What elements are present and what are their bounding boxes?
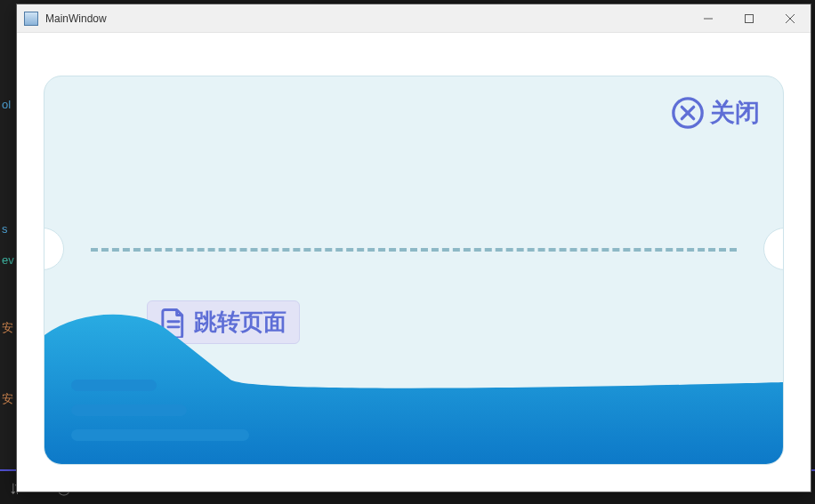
minimize-button[interactable] — [688, 4, 729, 33]
close-button[interactable]: 关闭 — [671, 96, 760, 130]
ide-text: s — [2, 222, 8, 236]
window-close-button[interactable] — [770, 4, 811, 33]
close-label: 关闭 — [710, 96, 760, 130]
window-title: MainWindow — [45, 12, 107, 25]
app-window: MainWindow 关闭 — [16, 4, 811, 492]
dashed-divider — [91, 248, 737, 252]
ticket-panel: 关闭 跳转页面 — [44, 76, 784, 465]
ticket-notch — [763, 228, 784, 270]
ide-text: 安 — [2, 320, 13, 336]
placeholder-line — [71, 404, 187, 416]
titlebar[interactable]: MainWindow — [17, 4, 811, 33]
maximize-button[interactable] — [729, 4, 770, 33]
ide-text: 安 — [2, 391, 13, 407]
ide-text: ev — [2, 253, 14, 267]
close-circle-icon — [671, 96, 705, 130]
placeholder-line — [71, 429, 249, 441]
wave-footer — [44, 308, 783, 464]
app-icon — [24, 12, 38, 26]
placeholder-line — [71, 380, 157, 391]
client-area: 关闭 跳转页面 — [17, 33, 811, 492]
ticket-notch — [44, 228, 64, 270]
svg-rect-11 — [746, 14, 754, 22]
ide-text: ol — [2, 98, 11, 111]
